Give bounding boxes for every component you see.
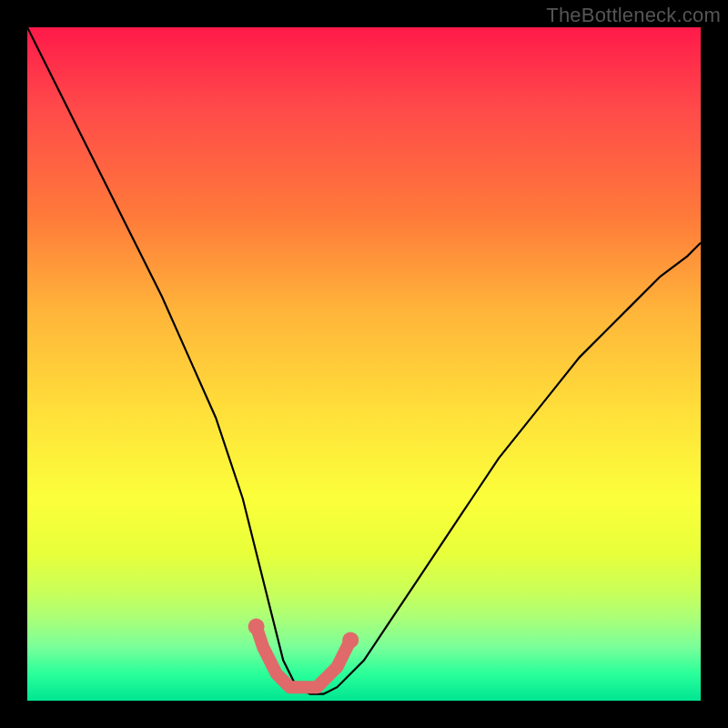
chart-svg bbox=[27, 27, 701, 701]
highlight-endpoint-dot bbox=[342, 632, 359, 648]
chart-frame: TheBottleneck.com bbox=[0, 0, 728, 728]
watermark-text: TheBottleneck.com bbox=[546, 4, 721, 27]
highlight-endpoint-dot bbox=[248, 619, 265, 635]
chart-plot-area bbox=[27, 27, 701, 701]
bottleneck-curve bbox=[27, 27, 701, 694]
optimal-highlight bbox=[257, 627, 351, 688]
